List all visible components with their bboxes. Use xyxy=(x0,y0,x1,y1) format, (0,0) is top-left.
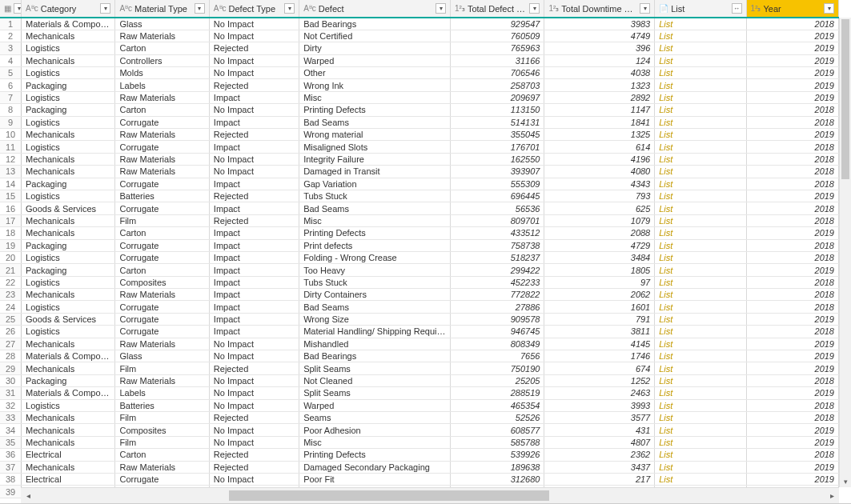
row-number[interactable]: 35 xyxy=(0,436,22,448)
table-row[interactable]: 27MechanicalsRaw MaterialsNo ImpactMisha… xyxy=(0,338,839,350)
cell-year[interactable]: 2018 xyxy=(746,326,838,338)
cell-qty[interactable]: 312680 xyxy=(451,473,544,485)
cell-year[interactable]: 2019 xyxy=(746,350,838,362)
horizontal-scrollbar[interactable]: ◂ ▸ xyxy=(21,487,839,503)
row-number[interactable]: 4 xyxy=(0,54,22,66)
cell-defect[interactable]: Wrong Size xyxy=(299,313,451,325)
cell-category[interactable]: Packaging xyxy=(22,104,115,116)
cell-defect-type[interactable]: No Impact xyxy=(209,104,299,116)
cell-list[interactable]: List xyxy=(655,79,746,91)
cell-material[interactable]: Corrugate xyxy=(115,141,209,153)
cell-downtime[interactable]: 1841 xyxy=(544,116,655,128)
cell-material[interactable]: Film xyxy=(115,412,209,424)
cell-qty[interactable]: 946745 xyxy=(451,326,544,338)
cell-defect[interactable]: Bad Seams xyxy=(299,202,451,214)
cell-defect[interactable]: Warped xyxy=(299,399,451,411)
row-number[interactable]: 13 xyxy=(0,166,22,178)
cell-downtime[interactable]: 625 xyxy=(544,202,655,214)
row-number[interactable]: 20 xyxy=(0,251,22,263)
cell-downtime[interactable]: 614 xyxy=(544,141,655,153)
cell-year[interactable]: 2019 xyxy=(746,461,838,473)
cell-material[interactable]: Raw Materials xyxy=(115,289,209,301)
cell-material[interactable]: Labels xyxy=(115,387,209,399)
cell-year[interactable]: 2018 xyxy=(746,214,838,226)
cell-downtime[interactable]: 4038 xyxy=(544,67,655,79)
cell-list[interactable]: List xyxy=(655,227,746,239)
cell-list[interactable]: List xyxy=(655,18,746,30)
cell-list[interactable]: List xyxy=(655,289,746,301)
cell-material[interactable]: Raw Materials xyxy=(115,153,209,165)
cell-material[interactable]: Corrugate xyxy=(115,239,209,251)
cell-list[interactable]: List xyxy=(655,412,746,424)
cell-qty[interactable]: 189638 xyxy=(451,461,544,473)
cell-category[interactable]: Mechanicals xyxy=(22,362,115,374)
cell-defect-type[interactable]: No Impact xyxy=(209,436,299,448)
cell-qty[interactable]: 56536 xyxy=(451,202,544,214)
cell-qty[interactable]: 465354 xyxy=(451,399,544,411)
cell-list[interactable]: List xyxy=(655,190,746,202)
cell-category[interactable]: Goods & Services xyxy=(22,313,115,325)
cell-defect[interactable]: Wrong material xyxy=(299,129,451,141)
cell-year[interactable]: 2019 xyxy=(746,30,838,42)
table-row[interactable]: 18MechanicalsCartonImpactPrinting Defect… xyxy=(0,227,839,239)
cell-qty[interactable]: 514131 xyxy=(451,116,544,128)
table-row[interactable]: 22LogisticsCompositesImpactTubs Stuck452… xyxy=(0,276,839,288)
cell-downtime[interactable]: 4807 xyxy=(544,436,655,448)
cell-qty[interactable]: 772822 xyxy=(451,289,544,301)
cell-downtime[interactable]: 2362 xyxy=(544,449,655,461)
table-row[interactable]: 33MechanicalsFilmRejectedSeams525263577L… xyxy=(0,412,839,424)
cell-material[interactable]: Raw Materials xyxy=(115,461,209,473)
cell-qty[interactable]: 31166 xyxy=(451,54,544,66)
cell-defect-type[interactable]: Rejected xyxy=(209,362,299,374)
cell-downtime[interactable]: 2088 xyxy=(544,227,655,239)
cell-defect[interactable]: Other xyxy=(299,67,451,79)
cell-downtime[interactable]: 124 xyxy=(544,54,655,66)
cell-defect-type[interactable]: No Impact xyxy=(209,374,299,386)
cell-downtime[interactable]: 2892 xyxy=(544,91,655,103)
cell-qty[interactable]: 696445 xyxy=(451,190,544,202)
cell-year[interactable]: 2018 xyxy=(746,449,838,461)
cell-list[interactable]: List xyxy=(655,362,746,374)
cell-downtime[interactable]: 1601 xyxy=(544,301,655,313)
table-row[interactable]: 10MechanicalsRaw MaterialsRejectedWrong … xyxy=(0,129,839,141)
header-defect-type[interactable]: AᴮcDefect Type▾ xyxy=(209,0,299,18)
table-row[interactable]: 31Materials & ComponentsLabelsNo ImpactS… xyxy=(0,387,839,399)
table-row[interactable]: 34MechanicalsCompositesNo ImpactPoor Adh… xyxy=(0,424,839,436)
cell-defect-type[interactable]: Impact xyxy=(209,289,299,301)
cell-downtime[interactable]: 97 xyxy=(544,276,655,288)
cell-material[interactable]: Carton xyxy=(115,104,209,116)
table-row[interactable]: 24LogisticsCorrugateImpactBad Seams27886… xyxy=(0,301,839,313)
row-number[interactable]: 29 xyxy=(0,362,22,374)
cell-category[interactable]: Mechanicals xyxy=(22,424,115,436)
row-number[interactable]: 19 xyxy=(0,239,22,251)
cell-qty[interactable]: 176701 xyxy=(451,141,544,153)
table-row[interactable]: 38ElectricalCorrugateNo ImpactPoor Fit31… xyxy=(0,473,839,485)
cell-material[interactable]: Film xyxy=(115,362,209,374)
cell-defect-type[interactable]: Rejected xyxy=(209,449,299,461)
cell-defect-type[interactable]: No Impact xyxy=(209,18,299,30)
row-number[interactable]: 36 xyxy=(0,449,22,461)
cell-list[interactable]: List xyxy=(655,214,746,226)
table-row[interactable]: 21PackagingCartonImpactToo Heavy29942218… xyxy=(0,264,839,276)
cell-defect-type[interactable]: Rejected xyxy=(209,190,299,202)
cell-qty[interactable]: 539926 xyxy=(451,449,544,461)
cell-list[interactable]: List xyxy=(655,239,746,251)
cell-qty[interactable]: 27886 xyxy=(451,301,544,313)
cell-qty[interactable]: 209697 xyxy=(451,91,544,103)
cell-qty[interactable]: 706546 xyxy=(451,67,544,79)
row-number[interactable]: 33 xyxy=(0,412,22,424)
cell-year[interactable]: 2018 xyxy=(746,141,838,153)
cell-list[interactable]: List xyxy=(655,42,746,54)
dropdown-icon[interactable]: ▾ xyxy=(284,3,295,14)
cell-material[interactable]: Controllers xyxy=(115,54,209,66)
cell-category[interactable]: Mechanicals xyxy=(22,436,115,448)
cell-defect[interactable]: Misc xyxy=(299,214,451,226)
cell-material[interactable]: Raw Materials xyxy=(115,338,209,350)
cell-defect-type[interactable]: Impact xyxy=(209,251,299,263)
table-row[interactable]: 35MechanicalsFilmNo ImpactMisc5857884807… xyxy=(0,436,839,448)
cell-list[interactable]: List xyxy=(655,141,746,153)
cell-qty[interactable]: 452233 xyxy=(451,276,544,288)
row-number[interactable]: 21 xyxy=(0,264,22,276)
cell-category[interactable]: Logistics xyxy=(22,190,115,202)
cell-list[interactable]: List xyxy=(655,178,746,190)
